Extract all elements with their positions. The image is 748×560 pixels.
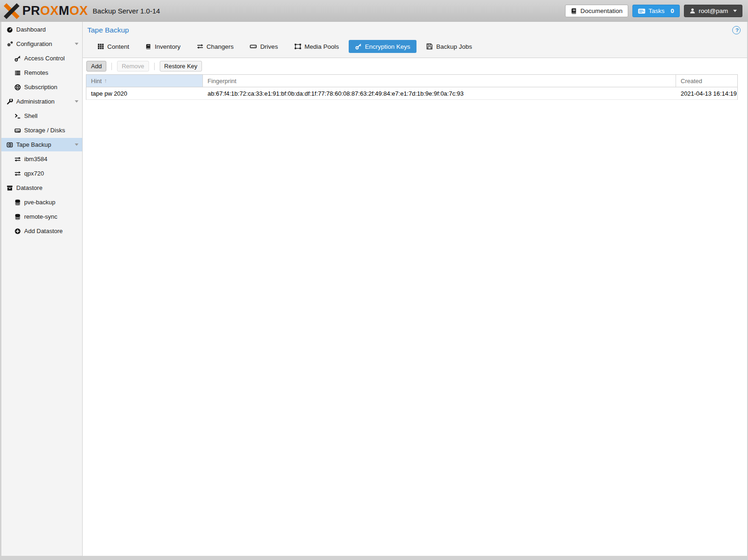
sidebar-item-pve-backup[interactable]: pve-backup (1, 195, 82, 209)
sidebar-item-access-control[interactable]: Access Control (1, 52, 82, 65)
documentation-button[interactable]: Documentation (565, 5, 628, 17)
remove-button[interactable]: Remove (117, 61, 149, 72)
column-header-created[interactable]: Created (676, 75, 737, 87)
sidebar-item-datastore[interactable]: Datastore (1, 181, 82, 195)
key-icon (14, 55, 21, 62)
app-body: Dashboard (1, 22, 747, 556)
tab-backup-jobs[interactable]: Backup Jobs (420, 40, 478, 53)
sidebar-item-label: Tape Backup (16, 141, 51, 148)
grid-header: Hint ↑ Fingerprint Created (86, 75, 737, 87)
tasks-count-badge: 0 (670, 7, 674, 14)
column-header-fingerprint[interactable]: Fingerprint (203, 75, 676, 87)
sidebar-item-label: Configuration (16, 40, 52, 47)
add-button[interactable]: Add (86, 61, 106, 72)
sidebar-item-label: Remotes (24, 69, 48, 76)
user-menu-button[interactable]: root@pam (684, 5, 742, 17)
user-label: root@pam (699, 7, 728, 14)
sidebar-item-ibm3584[interactable]: ibm3584 (1, 152, 82, 166)
sidebar-item-add-datastore[interactable]: Add Datastore (1, 224, 82, 238)
toolbar-separator (154, 63, 155, 70)
help-button[interactable]: ? (732, 26, 741, 34)
proxmox-logo: PROXMOX (4, 3, 88, 19)
sidebar-item-label: ibm3584 (24, 156, 47, 163)
drive-icon (250, 43, 257, 50)
cell-created: 2021-04-13 16:14:19 (676, 87, 737, 99)
plus-circle-icon (14, 228, 21, 234)
sidebar-item-label: Administration (16, 98, 54, 105)
wrench-icon (6, 98, 13, 105)
collapse-caret-icon[interactable] (75, 43, 78, 45)
page-title: Tape Backup (87, 26, 129, 34)
dashboard-icon (6, 26, 13, 33)
life-ring-icon (14, 84, 21, 91)
sidebar-item-label: Datastore (16, 184, 42, 191)
topbar-actions: Documentation Tasks 0 root@pam (565, 5, 742, 17)
sidebar-item-administration[interactable]: Administration (1, 95, 82, 108)
tab-label: Drives (260, 43, 278, 50)
sidebar-item-remotes[interactable]: Remotes (1, 66, 82, 79)
sidebar-item-shell[interactable]: Shell (1, 109, 82, 123)
tab-label: Inventory (155, 43, 181, 50)
tab-drives[interactable]: Drives (243, 40, 284, 53)
archive-box-icon (6, 185, 13, 191)
terminal-icon (14, 113, 21, 119)
database-icon (14, 214, 21, 220)
cell-fingerprint: ab:67:f4:1b:72:ca:33:e1:91:bf:0b:da:df:1… (203, 87, 676, 99)
object-group-icon (294, 43, 301, 50)
documentation-label: Documentation (580, 7, 623, 14)
exchange-arrows-icon (197, 43, 203, 50)
key-icon (355, 43, 362, 50)
grid-empty-area (83, 100, 747, 556)
sidebar-item-label: remote-sync (24, 213, 58, 220)
table-row[interactable]: tape pw 2020 ab:67:f4:1b:72:ca:33:e1:91:… (86, 87, 737, 100)
tab-changers[interactable]: Changers (190, 40, 241, 53)
sidebar-item-subscription[interactable]: Subscription (1, 80, 82, 94)
sidebar-item-tape-backup[interactable]: Tape Backup (1, 138, 82, 151)
sidebar-item-label: qpx720 (24, 170, 44, 177)
sidebar-item-label: Add Datastore (24, 228, 63, 234)
hdd-icon (14, 127, 21, 134)
encryption-keys-grid: Hint ↑ Fingerprint Created tape pw 2020 … (86, 74, 738, 100)
sidebar-item-storage-disks[interactable]: Storage / Disks (1, 124, 82, 137)
tab-bar: Content Inventory (87, 40, 741, 53)
toolbar: Add Remove Restore Key (83, 58, 747, 74)
sidebar-item-configuration[interactable]: Configuration (1, 37, 82, 51)
tape-icon (6, 142, 13, 148)
tab-inventory[interactable]: Inventory (139, 40, 187, 53)
tab-label: Changers (207, 43, 234, 50)
column-header-hint[interactable]: Hint ↑ (86, 75, 203, 87)
chevron-down-icon (733, 10, 737, 12)
collapse-caret-icon[interactable] (75, 100, 78, 103)
book-icon (571, 8, 577, 14)
cell-hint: tape pw 2020 (86, 87, 203, 99)
tab-label: Content (107, 43, 129, 50)
product-name: Backup Server 1.0-14 (93, 7, 160, 15)
proxmox-x-mark-icon (4, 3, 20, 19)
tab-label: Backup Jobs (436, 43, 472, 50)
floppy-icon (426, 43, 433, 50)
tab-label: Encryption Keys (365, 43, 410, 50)
sidebar-item-label: Access Control (24, 55, 65, 62)
tab-media-pools[interactable]: Media Pools (288, 40, 345, 53)
list-icon (14, 70, 21, 76)
tab-encryption-keys[interactable]: Encryption Keys (349, 40, 417, 53)
gears-icon (6, 41, 13, 47)
exchange-arrows-icon (14, 170, 21, 177)
proxmox-wordmark: PROXMOX (22, 5, 88, 17)
sidebar-item-dashboard[interactable]: Dashboard (1, 23, 82, 36)
main-panel: Tape Backup ? Content (83, 22, 747, 556)
tab-label: Media Pools (305, 43, 339, 50)
collapse-caret-icon[interactable] (75, 143, 78, 146)
tab-content[interactable]: Content (91, 40, 136, 53)
tasks-button[interactable]: Tasks 0 (632, 5, 680, 17)
sidebar: Dashboard (1, 22, 83, 556)
user-icon (689, 8, 696, 14)
restore-key-button[interactable]: Restore Key (160, 61, 202, 72)
sidebar-item-label: Storage / Disks (24, 127, 65, 134)
database-icon (14, 199, 21, 206)
toolbar-separator (111, 63, 112, 70)
sidebar-item-qpx720[interactable]: qpx720 (1, 167, 82, 180)
content-header: Tape Backup ? Content (83, 22, 747, 58)
sidebar-item-remote-sync[interactable]: remote-sync (1, 210, 82, 223)
grid-icon (98, 43, 104, 50)
